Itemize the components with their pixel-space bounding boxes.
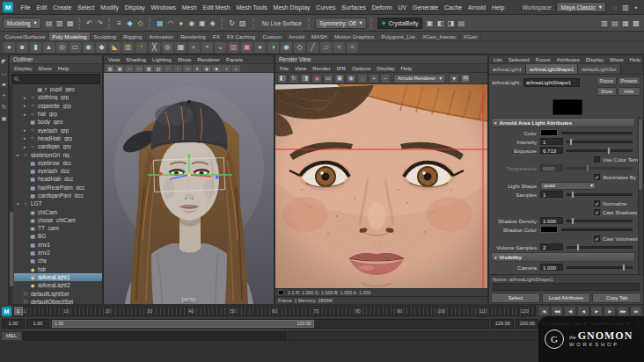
copy-tab-button[interactable]: Copy Tab bbox=[592, 293, 641, 303]
shelf-tab-fx[interactable]: FX bbox=[209, 33, 223, 40]
quick-selection-field[interactable]: ◆ CrystalBelly bbox=[377, 18, 423, 29]
outliner-item-chose-chicam[interactable]: ▣chose_chiCam bbox=[14, 216, 102, 224]
status-line-separator[interactable] bbox=[108, 18, 112, 29]
attribute-editor-menu-list[interactable]: List bbox=[491, 56, 505, 62]
step-forward-key-button[interactable]: ▶▶ bbox=[617, 306, 629, 316]
torus-icon[interactable]: ◎ bbox=[56, 42, 68, 53]
keep-image-icon[interactable]: + bbox=[369, 74, 379, 83]
render-image[interactable] bbox=[275, 84, 487, 288]
attribute-editor-tab-aiarealightshape1[interactable]: aiAreaLightShape1 bbox=[526, 64, 578, 74]
attr-slider-volume-samples[interactable] bbox=[567, 246, 633, 249]
workspace-layout-icon[interactable]: ▥ bbox=[620, 2, 631, 12]
lights-icon[interactable]: ◆ bbox=[212, 65, 221, 72]
construction-history-icon[interactable]: ▨ bbox=[238, 18, 248, 29]
shelf-tab-curves-surfaces[interactable]: Curves/Surfaces bbox=[2, 33, 49, 40]
node-name-field[interactable]: aiAreaLightShape1 bbox=[523, 78, 580, 87]
bevel-icon[interactable]: ◣ bbox=[109, 42, 121, 53]
attribute-editor-scrollbar[interactable] bbox=[638, 117, 643, 274]
outliner-menu-show[interactable]: Show bbox=[35, 65, 54, 71]
menu-curves[interactable]: Curves bbox=[313, 3, 339, 12]
menu-file[interactable]: File bbox=[18, 3, 33, 12]
outliner-item-aiarealight1[interactable]: ◆aiAreaLight1 bbox=[14, 273, 102, 281]
modeling-toolkit-icon[interactable]: ▩ bbox=[631, 18, 641, 29]
attribute-editor-menu-focus[interactable]: Focus bbox=[533, 56, 553, 62]
slider-handle[interactable] bbox=[622, 264, 626, 272]
extrude-icon[interactable]: ↑ bbox=[135, 42, 147, 53]
outliner-item-bg[interactable]: ▦BG bbox=[14, 232, 102, 240]
maya-logo-icon[interactable]: M bbox=[3, 2, 13, 12]
separate-icon[interactable]: ▥ bbox=[228, 42, 239, 53]
shelf-tab-custom[interactable]: Custom bbox=[260, 33, 286, 40]
viewport-menu-lighting[interactable]: Lighting bbox=[150, 56, 174, 62]
select-hierarchy-icon[interactable]: ≡ bbox=[114, 18, 125, 29]
render-view-menu-options[interactable]: Options bbox=[349, 65, 373, 71]
animation-end-field[interactable]: 200.00 bbox=[516, 319, 538, 329]
bridge-icon[interactable]: ▥ bbox=[122, 42, 134, 53]
status-line-separator[interactable] bbox=[221, 18, 224, 29]
attribute-editor-icon[interactable]: ▥ bbox=[599, 18, 610, 29]
color-swatch-color[interactable] bbox=[540, 129, 558, 136]
select-tool-icon[interactable]: ◤ bbox=[0, 57, 8, 65]
redo-render-icon[interactable]: ↻ bbox=[289, 74, 299, 83]
slider-handle[interactable] bbox=[569, 138, 573, 146]
render-view-menu-ipr[interactable]: IPR bbox=[334, 65, 348, 71]
select-component-icon[interactable]: ◇ bbox=[135, 18, 146, 29]
undo-icon[interactable]: ↶ bbox=[84, 18, 95, 29]
cube-icon[interactable]: ■ bbox=[17, 42, 28, 53]
viewport-menu-view[interactable]: View bbox=[106, 56, 122, 62]
menu-mesh-display[interactable]: Mesh Display bbox=[270, 3, 313, 12]
menu-display[interactable]: Display bbox=[121, 3, 148, 12]
menu-mesh-tools[interactable]: Mesh Tools bbox=[233, 3, 270, 12]
checkbox-cast-shadows[interactable]: ✓ bbox=[594, 209, 600, 215]
grid-icon[interactable]: ▦ bbox=[106, 65, 114, 72]
attr-slider-color[interactable] bbox=[561, 132, 633, 134]
render-settings-icon[interactable]: ▤ bbox=[456, 18, 466, 29]
menu-mesh[interactable]: Mesh bbox=[179, 3, 200, 12]
outliner-item-cigarette-grp[interactable]: ▸○cigarette_grp bbox=[14, 102, 102, 110]
wireframe-icon[interactable]: ◇ bbox=[183, 65, 192, 72]
slider-handle[interactable] bbox=[571, 191, 574, 199]
groom-icon[interactable]: ≈ bbox=[347, 42, 358, 53]
attr-field-intensity[interactable]: 1 bbox=[540, 138, 563, 145]
ipr-render-icon[interactable]: ◨ bbox=[300, 74, 311, 83]
knife-icon[interactable]: ╱ bbox=[307, 42, 318, 53]
rgb-channels-icon[interactable]: ◉ bbox=[346, 74, 356, 83]
smooth-icon[interactable]: ◓ bbox=[201, 42, 213, 53]
current-frame-marker[interactable]: 1 bbox=[14, 307, 23, 315]
go-to-start-button[interactable]: |◀ bbox=[538, 306, 550, 316]
menu-arnold[interactable]: Arnold bbox=[465, 3, 489, 12]
menu-deform[interactable]: Deform bbox=[369, 3, 395, 12]
outliner-search[interactable] bbox=[11, 74, 100, 84]
plane-icon[interactable]: ▭ bbox=[70, 42, 81, 53]
menu-uv[interactable]: UV bbox=[395, 3, 410, 12]
attr-slider-samples[interactable] bbox=[567, 193, 633, 196]
outliner-item-clothing-grp[interactable]: ▸○clothing_grp bbox=[14, 93, 102, 101]
attribute-editor-menu-attributes[interactable]: Attributes bbox=[554, 56, 582, 62]
shaded-icon[interactable]: ● bbox=[193, 65, 201, 72]
slider-handle[interactable] bbox=[586, 164, 589, 172]
outliner-menu-display[interactable]: Display bbox=[11, 65, 34, 71]
attribute-editor-menu-selected[interactable]: Selected bbox=[506, 56, 532, 62]
command-language-toggle[interactable]: MEL bbox=[1, 331, 22, 341]
render-view-menu-display[interactable]: Display bbox=[374, 65, 397, 71]
xgen-icon[interactable]: ≈ bbox=[333, 42, 345, 53]
scrollbar-thumb[interactable] bbox=[10, 212, 13, 286]
viewport-menu-show[interactable]: Show bbox=[175, 56, 194, 62]
outliner-item-skeletongrl-rig[interactable]: ▸○skeletonGrl_rig bbox=[14, 150, 102, 158]
multicut-icon[interactable]: ╳ bbox=[149, 42, 160, 53]
scale-tool-icon[interactable]: ▣ bbox=[0, 114, 8, 122]
command-line-input[interactable] bbox=[23, 331, 287, 341]
snap-curve-icon[interactable]: ◠ bbox=[165, 18, 176, 29]
safe-title-icon[interactable]: ▫ bbox=[173, 65, 182, 72]
slider-handle[interactable] bbox=[607, 147, 611, 155]
slider-handle[interactable] bbox=[571, 217, 574, 225]
uv-icon[interactable]: ▱ bbox=[320, 42, 332, 53]
outliner-item-aiarealight2[interactable]: ◆aiAreaLight2 bbox=[14, 281, 102, 289]
step-back-frame-button[interactable]: ◀| bbox=[564, 306, 576, 316]
menu-edit[interactable]: Edit bbox=[33, 3, 50, 12]
shelf-tab-poly-modeling[interactable]: Poly Modeling bbox=[49, 33, 91, 40]
attr-field-shadow-density[interactable]: 1.000 bbox=[540, 217, 563, 224]
attr-slider-camera[interactable] bbox=[567, 266, 633, 269]
outliner-item-lgt[interactable]: ▾○LGT bbox=[14, 199, 102, 207]
attr-slider-shadow-density[interactable] bbox=[567, 220, 633, 222]
